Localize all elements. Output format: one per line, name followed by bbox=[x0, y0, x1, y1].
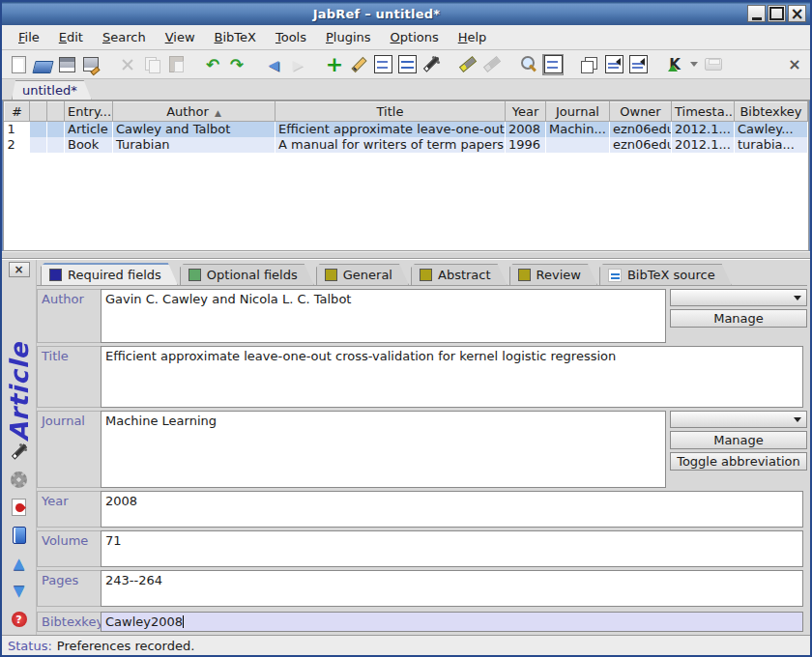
table-cell[interactable]: Book bbox=[65, 137, 113, 153]
table-cell[interactable]: ezn06edu bbox=[610, 122, 672, 137]
table-cell[interactable]: turabia... bbox=[735, 137, 808, 153]
splitter-handle[interactable] bbox=[2, 251, 810, 259]
new-entry-icon[interactable] bbox=[324, 54, 345, 75]
table-cell[interactable] bbox=[30, 122, 47, 137]
manage-journals-button[interactable]: Manage bbox=[670, 431, 807, 449]
back-icon[interactable] bbox=[263, 54, 284, 75]
table-cell[interactable] bbox=[47, 137, 65, 153]
column-header-timesta-[interactable]: Timesta... bbox=[672, 102, 735, 122]
forward-icon[interactable] bbox=[287, 54, 308, 75]
menu-edit[interactable]: Edit bbox=[50, 27, 92, 47]
table-cell[interactable]: ezn06edu bbox=[610, 137, 672, 153]
edit-entry-icon[interactable] bbox=[348, 54, 369, 75]
move-down-icon[interactable] bbox=[10, 582, 29, 601]
table-cell[interactable]: Turabian bbox=[113, 137, 276, 153]
table-cell[interactable]: 1 bbox=[5, 122, 30, 137]
copy-icon[interactable] bbox=[141, 54, 162, 75]
toggle-search-panel-icon[interactable] bbox=[542, 54, 564, 75]
column-header-entry-[interactable]: Entry... bbox=[65, 102, 113, 122]
column-header-title[interactable]: Title bbox=[276, 102, 506, 122]
help-icon[interactable] bbox=[10, 610, 29, 629]
unmark-entries-icon[interactable] bbox=[481, 54, 503, 75]
edit-strings-icon[interactable] bbox=[396, 54, 418, 75]
tab-review[interactable]: Review bbox=[509, 264, 597, 285]
push-to-lyx-icon[interactable] bbox=[603, 54, 624, 75]
table-row[interactable]: 2BookTurabianA manual for writers of ter… bbox=[5, 137, 808, 153]
table-cell[interactable]: 2012.1... bbox=[672, 122, 735, 137]
menu-view[interactable]: View bbox=[157, 27, 204, 47]
new-database-icon[interactable] bbox=[8, 54, 29, 75]
tab-optional-fields[interactable]: Optional fields bbox=[180, 264, 314, 285]
tab-abstract[interactable]: Abstract bbox=[411, 264, 508, 285]
column-header-journal[interactable]: Journal bbox=[546, 102, 610, 122]
table-cell[interactable]: 2012.1... bbox=[672, 137, 735, 153]
paste-icon[interactable] bbox=[165, 54, 187, 75]
table-cell[interactable]: Efficient approximate leave-one-out... bbox=[276, 122, 506, 137]
column-header--[interactable]: # bbox=[5, 102, 30, 122]
column-header-2[interactable] bbox=[47, 102, 65, 122]
pdf-icon[interactable] bbox=[10, 498, 29, 517]
search-icon[interactable] bbox=[518, 54, 539, 75]
column-header-bibtexkey[interactable]: Bibtexkey bbox=[735, 102, 808, 122]
close-icon[interactable]: × bbox=[788, 5, 806, 22]
toggle-abbreviation-button[interactable]: Toggle abbreviation bbox=[670, 452, 807, 471]
table-cell[interactable]: Cawley and Talbot bbox=[113, 122, 276, 137]
mark-entries-icon[interactable] bbox=[457, 54, 478, 75]
card-icon[interactable] bbox=[10, 526, 29, 545]
table-row[interactable]: 1ArticleCawley and TalbotEfficient appro… bbox=[5, 122, 808, 137]
minimize-icon[interactable] bbox=[747, 5, 766, 22]
save-all-icon[interactable] bbox=[80, 54, 102, 75]
redo-icon[interactable] bbox=[226, 54, 247, 75]
column-header-1[interactable] bbox=[30, 102, 47, 122]
volume-field[interactable]: 71 bbox=[101, 530, 803, 567]
menu-bibtex[interactable]: BibTeX bbox=[206, 27, 265, 47]
menu-help[interactable]: Help bbox=[450, 27, 496, 47]
manage-authors-button[interactable]: Manage bbox=[670, 309, 807, 328]
push-application-dropdown-icon[interactable] bbox=[688, 54, 700, 75]
journal-names-dropdown[interactable] bbox=[670, 411, 807, 428]
cleanup-wizard-icon[interactable] bbox=[420, 54, 442, 75]
column-header-year[interactable]: Year bbox=[506, 102, 546, 122]
pages-field[interactable]: 243--264 bbox=[101, 570, 803, 607]
table-cell[interactable] bbox=[30, 137, 47, 153]
tab-general[interactable]: General bbox=[316, 264, 409, 285]
table-cell[interactable]: Cawley... bbox=[735, 122, 808, 137]
maximize-icon[interactable] bbox=[768, 5, 786, 22]
menu-search[interactable]: Search bbox=[94, 27, 155, 47]
table-cell[interactable]: Article bbox=[65, 122, 113, 137]
table-cell[interactable] bbox=[47, 122, 65, 137]
undo-icon[interactable] bbox=[202, 54, 223, 75]
edit-preamble-icon[interactable] bbox=[372, 54, 393, 75]
new-subdatabase-icon[interactable] bbox=[579, 54, 600, 75]
menu-tools[interactable]: Tools bbox=[267, 27, 315, 47]
author-field[interactable]: Gavin C. Cawley and Nicola L. C. Talbot bbox=[101, 289, 666, 343]
column-header-owner[interactable]: Owner bbox=[610, 102, 672, 122]
close-entry-editor-icon[interactable]: × bbox=[9, 262, 30, 277]
menu-file[interactable]: File bbox=[10, 27, 48, 47]
bibtexkey-field[interactable]: Cawley2008 bbox=[101, 612, 803, 632]
year-field[interactable]: 2008 bbox=[101, 491, 803, 528]
table-cell[interactable]: A manual for writers of term papers... bbox=[276, 137, 506, 153]
print-icon[interactable] bbox=[703, 54, 724, 75]
tab-bibtex-source[interactable]: BibTeX source bbox=[599, 264, 732, 285]
move-up-icon[interactable] bbox=[10, 554, 29, 573]
title-field[interactable]: Efficient approximate leave-one-out cros… bbox=[101, 346, 803, 408]
gear-icon[interactable] bbox=[10, 470, 29, 489]
author-names-dropdown[interactable] bbox=[670, 289, 807, 306]
table-cell[interactable]: 2008 bbox=[506, 122, 546, 137]
table-cell[interactable]: 2 bbox=[5, 137, 30, 153]
save-database-icon[interactable] bbox=[56, 54, 77, 75]
push-to-kile-icon[interactable] bbox=[664, 54, 685, 75]
tab-required-fields[interactable]: Required fields bbox=[41, 263, 178, 285]
table-cell[interactable]: Machin... bbox=[546, 122, 610, 137]
toolbar-close-icon[interactable]: × bbox=[785, 55, 804, 73]
table-cell[interactable] bbox=[546, 137, 610, 153]
push-to-winedt-icon[interactable] bbox=[627, 54, 649, 75]
cut-icon[interactable] bbox=[117, 54, 138, 75]
journal-field[interactable]: Machine Learning bbox=[101, 411, 666, 488]
menu-plugins[interactable]: Plugins bbox=[317, 27, 380, 47]
open-database-icon[interactable] bbox=[32, 54, 53, 75]
column-header-author[interactable]: Author▲ bbox=[113, 102, 276, 122]
wizard-icon[interactable] bbox=[10, 442, 29, 461]
table-cell[interactable]: 1996 bbox=[506, 137, 546, 153]
